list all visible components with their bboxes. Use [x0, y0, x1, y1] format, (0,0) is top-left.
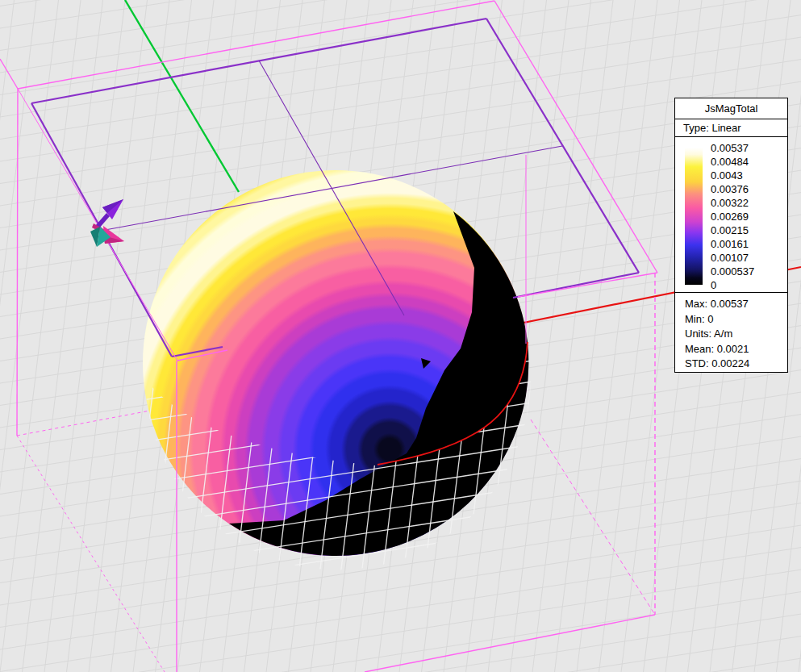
- legend-scale-label: 0.00376: [711, 182, 749, 196]
- legend-scale-label: 0.00107: [711, 251, 749, 265]
- excitation-arrows: [90, 199, 124, 247]
- legend-stat-line: STD: 0.00224: [685, 357, 787, 372]
- legend-scale-label: 0.00215: [711, 223, 749, 237]
- legend-title: JsMagTotal: [675, 98, 787, 119]
- legend-scale-label: 0.00537: [711, 141, 749, 155]
- sphere-surface: [88, 170, 561, 634]
- legend-type: Type: Linear: [675, 119, 787, 137]
- axis-y-green: [125, 0, 239, 192]
- legend-scale: 0.005370.004840.00430.003760.003220.0026…: [675, 137, 787, 293]
- legend-stats: Max: 0.00537Min: 0Units: A/mMean: 0.0021…: [675, 293, 787, 372]
- legend-stat-line: Max: 0.00537: [685, 297, 787, 312]
- viewport-3d[interactable]: JsMagTotal Type: Linear 0.005370.004840.…: [0, 0, 801, 672]
- legend-colorbar: [685, 148, 703, 285]
- legend-scale-label: 0.000537: [711, 265, 754, 278]
- legend-stat-line: Units: A/m: [685, 327, 787, 342]
- legend-panel[interactable]: JsMagTotal Type: Linear 0.005370.004840.…: [674, 98, 788, 373]
- legend-stat-line: Mean: 0.0021: [685, 342, 787, 357]
- legend-stat-line: Min: 0: [685, 312, 787, 328]
- legend-scale-label: 0.00322: [711, 196, 749, 210]
- legend-scale-label: 0.00161: [711, 237, 749, 251]
- legend-scale-label: 0.00269: [711, 210, 749, 223]
- legend-scale-label: 0.0043: [711, 169, 743, 182]
- legend-scale-label: 0: [711, 278, 716, 292]
- legend-scale-label: 0.00484: [711, 155, 749, 169]
